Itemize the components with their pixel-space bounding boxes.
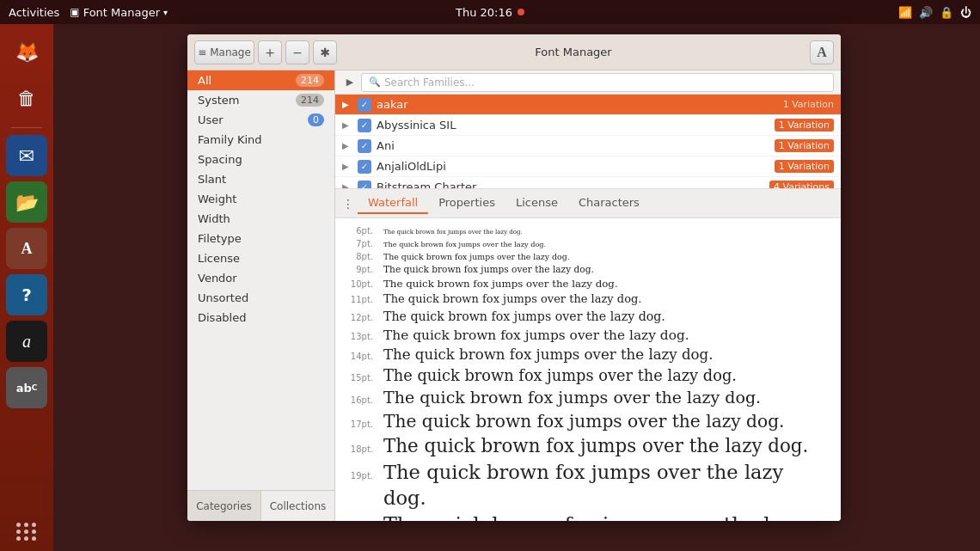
filter-label: Vendor	[198, 272, 237, 285]
expand-arrow: ▶	[342, 141, 354, 150]
filter-item-filetype[interactable]: Filetype	[187, 229, 334, 248]
preview-line: 9pt.The quick brown fox jumps over the l…	[349, 264, 827, 276]
font-entry-bitstream[interactable]: ▶ ✓ Bitstream Charter 4 Variations	[335, 177, 841, 189]
categories-tab[interactable]: Categories	[187, 491, 261, 521]
tools-icon: ✱	[320, 46, 330, 59]
files-icon[interactable]: 📂	[6, 181, 47, 223]
preview-size-label: 13pt.	[349, 331, 373, 342]
power-icon[interactable]: ⏻	[960, 6, 971, 19]
tools-button[interactable]: ✱	[313, 40, 337, 64]
font-checkbox[interactable]: ✓	[358, 160, 371, 174]
preview-size-label: 17pt.	[349, 419, 373, 430]
filter-list: All 214 System 214 User 0 Family Kind Sp…	[187, 70, 334, 490]
preview-line: 6pt.The quick brown fox jumps over the l…	[349, 225, 827, 236]
preview-text: The quick brown fox jumps over the lazy …	[383, 240, 546, 249]
filter-label: Spacing	[198, 153, 242, 166]
left-panel: All 214 System 214 User 0 Family Kind Sp…	[187, 70, 335, 521]
collections-tab[interactable]: Collections	[261, 491, 334, 521]
preview-text: The quick brown fox jumps over the lazy …	[383, 387, 761, 408]
filter-item-family-kind[interactable]: Family Kind	[187, 130, 334, 150]
filter-badge: 0	[308, 113, 324, 126]
filter-item-spacing[interactable]: Spacing	[187, 150, 334, 169]
filter-item-disabled[interactable]: Disabled	[187, 308, 334, 328]
filter-label: User	[198, 113, 224, 126]
activities-button[interactable]: Activities	[9, 6, 59, 19]
font-name: Bitstream Charter	[377, 181, 769, 189]
font-entries: ▶ ✓ aakar 1 Variation ▶ ✓ Abyssinica SIL…	[335, 95, 841, 189]
preview-size-label: 14pt.	[349, 351, 373, 362]
font-preview-button[interactable]: A	[810, 40, 834, 64]
expand-button[interactable]: ▶	[342, 75, 358, 90]
font-name: Abyssinica SIL	[377, 119, 775, 132]
help-icon[interactable]: ?	[6, 274, 47, 315]
font-entry-abyssinica[interactable]: ▶ ✓ Abyssinica SIL 1 Variation	[335, 115, 841, 136]
preview-text: The quick brown fox jumps over the lazy …	[383, 252, 570, 262]
search-box[interactable]: 🔍 Search Families...	[361, 73, 834, 92]
preview-text: The quick brown fox jumps over the lazy …	[383, 229, 523, 236]
software-icon[interactable]: A	[6, 228, 47, 269]
preview-size-label: 6pt.	[349, 225, 373, 236]
preview-line: 14pt.The quick brown fox jumps over the …	[349, 346, 827, 364]
remove-font-button[interactable]: −	[285, 40, 309, 64]
dock-separator	[11, 127, 42, 128]
amazon-icon[interactable]: a	[6, 321, 47, 362]
preview-line: 7pt.The quick brown fox jumps over the l…	[349, 238, 827, 249]
font-viewer-icon[interactable]: abC	[6, 367, 47, 408]
font-checkbox[interactable]: ✓	[358, 119, 371, 132]
dropdown-icon[interactable]: ▾	[163, 8, 168, 17]
tab-license[interactable]: License	[505, 193, 568, 214]
filter-label: Filetype	[198, 232, 242, 245]
manage-button[interactable]: ≡ Manage	[194, 40, 254, 64]
filter-item-all[interactable]: All 214	[187, 70, 334, 90]
preview-content: 6pt.The quick brown fox jumps over the l…	[335, 218, 841, 521]
filter-badge: 214	[296, 74, 324, 87]
filter-item-user[interactable]: User 0	[187, 110, 334, 130]
filter-item-system[interactable]: System 214	[187, 90, 334, 110]
filter-label: Slant	[198, 173, 226, 186]
font-name: AnjaliOldLipi	[377, 160, 775, 173]
tab-properties[interactable]: Properties	[428, 193, 505, 214]
system-bar: Activities ▣ Font Manager ▾ Thu 20:16 📶 …	[0, 0, 980, 24]
tab-waterfall[interactable]: Waterfall	[358, 193, 428, 214]
font-entry-aakar[interactable]: ▶ ✓ aakar 1 Variation	[335, 95, 841, 115]
filter-item-width[interactable]: Width	[187, 209, 334, 229]
filter-item-slant[interactable]: Slant	[187, 169, 334, 189]
filter-label: Family Kind	[198, 133, 262, 146]
filter-item-license[interactable]: License	[187, 248, 334, 268]
tab-characters[interactable]: Characters	[568, 193, 650, 214]
filter-label: Unsorted	[198, 291, 248, 304]
filter-badge: 214	[296, 94, 324, 107]
lock-icon: 🔒	[940, 6, 953, 19]
preview-line: 8pt.The quick brown fox jumps over the l…	[349, 251, 827, 262]
preview-menu-button[interactable]: ⋮	[339, 194, 358, 213]
app-window: ≡ Manage + − ✱ Font Manager A All 214	[187, 34, 841, 521]
font-entry-anjali[interactable]: ▶ ✓ AnjaliOldLipi 1 Variation	[335, 156, 841, 177]
font-checkbox[interactable]: ✓	[358, 181, 371, 190]
preview-line: 18pt.The quick brown fox jumps over the …	[349, 434, 827, 458]
preview-size-label: 12pt.	[349, 312, 373, 323]
window-title: Font Manager	[340, 46, 806, 58]
trash-icon[interactable]: 🗑	[6, 77, 47, 119]
font-checkbox[interactable]: ✓	[358, 98, 371, 112]
preview-line: 19pt.The quick brown fox jumps over the …	[349, 460, 827, 511]
firefox-icon[interactable]: 🦊	[6, 31, 47, 72]
preview-size-label: 19pt.	[349, 470, 373, 481]
add-font-button[interactable]: +	[258, 40, 282, 64]
preview-size-label: 7pt.	[349, 238, 373, 249]
filter-label: System	[198, 94, 239, 107]
expand-arrow: ▶	[342, 120, 354, 130]
preview-size-label: 18pt.	[349, 444, 373, 455]
thunderbird-icon[interactable]: ✉	[6, 135, 47, 176]
dots-grid	[16, 523, 37, 541]
font-entry-ani[interactable]: ▶ ✓ Ani 1 Variation	[335, 136, 841, 156]
preview-size-label: 10pt.	[349, 279, 373, 290]
filter-label: Disabled	[198, 311, 246, 324]
filter-item-unsorted[interactable]: Unsorted	[187, 288, 334, 308]
filter-item-vendor[interactable]: Vendor	[187, 268, 334, 288]
font-variations-badge: 1 Variation	[775, 119, 834, 132]
font-checkbox[interactable]: ✓	[358, 139, 371, 153]
preview-text: The quick brown fox jumps over the lazy …	[383, 460, 827, 511]
app-title-bar: ▣ Font Manager ▾	[70, 6, 168, 19]
preview-size-label: 15pt.	[349, 372, 373, 383]
filter-item-weight[interactable]: Weight	[187, 189, 334, 209]
